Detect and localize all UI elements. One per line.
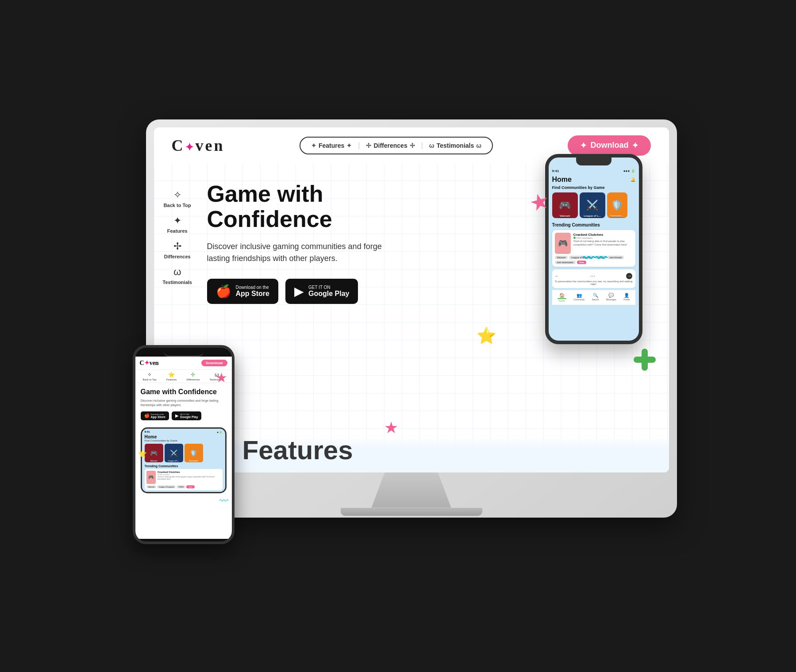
community-info: Cracked Clutches 243 members Tired of no…	[573, 233, 633, 254]
nav-divider-2: |	[421, 142, 423, 150]
phone-nav-messages[interactable]: 💬 Messages	[606, 293, 616, 302]
googleplay-button[interactable]: ▶ GET IT ON Google Play	[285, 279, 358, 304]
sparkle-icon-left: ✦	[580, 141, 587, 150]
phone-nav-home[interactable]: 🏠 Home	[558, 293, 566, 302]
community-name: Cracked Clutches	[573, 233, 633, 237]
nav-features[interactable]: ✦ Features ✦	[308, 141, 355, 150]
mobile-googleplay-main: Google Play	[180, 415, 198, 419]
phone-nav-bar: 🏠 Home 👥 Community 🔍 Search	[552, 290, 635, 305]
sidebar-differences[interactable]: ✢ Differences	[164, 241, 191, 259]
mobile-back-label: Back to Top	[142, 378, 156, 381]
mobile-nav-back-to-top[interactable]: ✧ Back to Top	[142, 372, 156, 381]
game-card-league: ⚔️ League of L...	[580, 192, 605, 218]
sparkle-icon-right: ✦	[632, 141, 638, 150]
mobile-deco-wavy: 〰	[219, 496, 228, 506]
mobile-appstore-sub: Download on the	[151, 413, 165, 415]
mobile-hero-title: Game with Confidence	[141, 388, 227, 396]
phone-signal: ●●● 🔋	[623, 169, 635, 173]
mobile-back-icon: ✧	[147, 372, 152, 378]
nav-testimonials[interactable]: ω Testimonials ω	[426, 141, 485, 150]
mobile-appstore-btn[interactable]: 🍎 Download on the App Store	[141, 411, 169, 420]
mobile-hero-subtitle: Discover inclusive gaming communities an…	[141, 399, 227, 408]
download-label: Download	[590, 141, 628, 150]
phone-nav-community[interactable]: 👥 Community	[573, 293, 585, 302]
mobile-hero: Game with Confidence Discover inclusive …	[135, 383, 232, 425]
sidebar-features-label: Features	[167, 228, 188, 234]
mobile-googleplay-btn[interactable]: ▶ GET IT ON Google Play	[172, 411, 201, 420]
testimonials-label: Testimonials	[437, 142, 474, 149]
mobile-valorant-label: Valorant	[145, 460, 163, 462]
google-play-icon: ▶	[294, 284, 304, 299]
dots-indicator: • • •	[591, 275, 595, 277]
tag-friends: new friends	[608, 256, 624, 259]
messages-label: Messages	[606, 298, 616, 301]
mobile-game-overwatch: 🛡️ Overwatch	[185, 444, 203, 462]
mobile-play-icon: ▶	[175, 413, 179, 418]
appstore-main: App Store	[236, 290, 269, 298]
phone-personalize-bar: ← • • • → To personalize the communities…	[552, 269, 635, 288]
features-label: Features	[319, 142, 344, 149]
mobile-nav-features[interactable]: ⭐ Features	[166, 372, 177, 381]
mobile-nav-differences[interactable]: ✢ Differences	[186, 372, 200, 381]
differences-icon-left: ✢	[366, 142, 371, 149]
sidebar-features-icon: ✦	[173, 215, 181, 227]
mobile-phone-home-title: Home	[145, 434, 223, 439]
phone-time: 9:41	[552, 169, 559, 173]
mobile-trending-title: Trending Communities	[145, 465, 223, 468]
profile-label: Profile	[623, 298, 630, 301]
mobile-phone-preview: 9:41 ● 🔋 Home Find Communities by Game 🎮…	[135, 425, 232, 496]
back-to-top-label: Back to Top	[164, 203, 191, 208]
phone-mockup: 9:41 ●●● 🔋 Home 🔔 Find Communities by Ga…	[545, 154, 642, 344]
teal-squiggle-decoration: 〰〰	[582, 251, 607, 266]
members-count: 243 members	[577, 237, 593, 239]
profile-icon: 👤	[624, 293, 629, 298]
logo-text: C✦ven	[172, 136, 225, 155]
messages-icon: 💬	[608, 293, 614, 298]
mobile-community-desc: Tired of not being able to find people t…	[158, 476, 221, 480]
phone-screen-content: 9:41 ●●● 🔋 Home 🔔 Find Communities by Ga…	[549, 165, 639, 308]
googleplay-text: GET IT ON Google Play	[308, 285, 349, 298]
sidebar-differences-label: Differences	[164, 254, 191, 259]
testimonials-icon-right: ω	[476, 142, 481, 149]
mobile-league-label: League of L...	[165, 460, 183, 462]
nav-differences[interactable]: ✢ Differences ✢	[362, 141, 418, 150]
mobile-view-btn[interactable]: View	[186, 485, 195, 488]
logo[interactable]: C✦ven	[172, 136, 225, 155]
phone-nav-search[interactable]: 🔍 Search	[592, 293, 599, 302]
sidebar-features[interactable]: ✦ Features	[167, 215, 188, 234]
mobile-differences-label: Differences	[186, 378, 200, 381]
googleplay-main: Google Play	[308, 290, 349, 298]
mobile-features-icon: ⭐	[168, 372, 175, 378]
phone-nav-profile[interactable]: 👤 Profile	[623, 293, 630, 302]
hero-subtitle: Discover inclusive gaming communities an…	[207, 241, 402, 265]
arrow-back-icon: ←	[555, 273, 559, 278]
sidebar-testimonials-label: Testimonials	[163, 280, 192, 285]
mobile-game-valorant: 🎮 Valorant	[145, 444, 163, 462]
valorant-label: Valorant	[552, 215, 578, 217]
appstore-button[interactable]: 🍎 Download on the App Store	[207, 279, 278, 304]
monitor-base	[341, 508, 482, 516]
differences-label: Differences	[373, 142, 407, 149]
nav-download-button[interactable]: ✦ Download ✦	[568, 135, 651, 156]
mobile-screen: C✦ven Download ✧ Back to Top ⭐ Features …	[135, 357, 232, 539]
overwatch-label: Overwatc...	[607, 215, 627, 217]
testimonials-icon-left: ω	[429, 142, 435, 149]
sidebar-differences-icon: ✢	[173, 241, 181, 252]
mobile-download-button[interactable]: Download	[201, 360, 227, 366]
phone-notch	[576, 157, 611, 165]
mobile-differences-icon: ✢	[191, 372, 195, 378]
green-cross-decoration	[634, 349, 656, 376]
mobile-overlay: C✦ven Download ✧ Back to Top ⭐ Features …	[133, 345, 235, 544]
game-card-valorant: 🎮 Valorant	[552, 192, 578, 218]
community-icon: 👥	[577, 293, 582, 298]
sidebar-back-to-top[interactable]: ✧ Back to Top	[164, 189, 191, 208]
mobile-phone-time: 9:41	[145, 430, 150, 434]
sidebar-testimonials-icon: ω	[173, 266, 181, 278]
league-label: League of L...	[580, 215, 605, 217]
phone-home-title: Home	[552, 176, 572, 184]
sidebar: ✧ Back to Top ✦ Features ✢ Differences ω…	[163, 189, 192, 285]
mobile-game-league: ⚔️ League of L...	[165, 444, 183, 462]
community-header: 🎮 Cracked Clutches 243 members Tired of …	[555, 233, 633, 254]
mobile-phone-status: ● 🔋	[217, 430, 222, 434]
sidebar-testimonials[interactable]: ω Testimonials	[163, 266, 192, 285]
